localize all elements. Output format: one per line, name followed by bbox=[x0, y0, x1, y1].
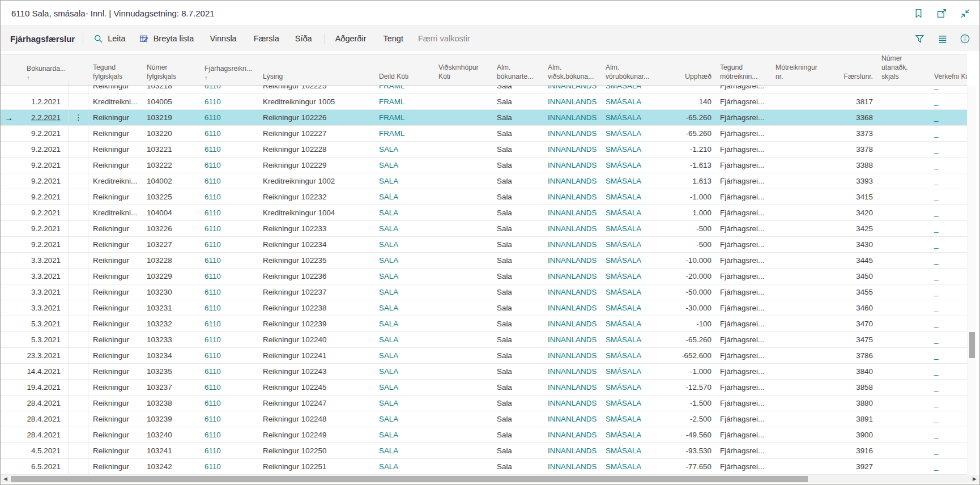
cell-vidskm[interactable] bbox=[434, 94, 492, 110]
cell-description[interactable]: Reikningur 102245 bbox=[258, 380, 374, 395]
cell-faerslunr[interactable]: 3460 bbox=[839, 300, 877, 316]
cell-deild[interactable]: FRAML bbox=[374, 86, 434, 94]
cell-utanadk[interactable] bbox=[877, 126, 930, 142]
cell-amount[interactable]: -1.000 bbox=[658, 189, 715, 205]
table-row[interactable]: 28.4.2021Reikningur1032386110Reikningur … bbox=[1, 395, 967, 411]
cell-deild[interactable]: SALA bbox=[374, 284, 434, 300]
cell-motr_nr[interactable] bbox=[771, 237, 839, 253]
cell-amount[interactable]: -30.000 bbox=[658, 300, 715, 316]
row-gutter[interactable] bbox=[1, 189, 18, 205]
cell-vidskm[interactable] bbox=[434, 269, 492, 284]
cell-vidskm[interactable] bbox=[434, 364, 492, 380]
cell-verkefni[interactable]: _ bbox=[930, 142, 967, 158]
row-gutter[interactable] bbox=[1, 427, 18, 443]
cell-doc_type[interactable]: Reikningur bbox=[88, 110, 142, 126]
cell-alm_voru[interactable]: SMÁSALA bbox=[601, 221, 658, 237]
cell-account[interactable]: 6110 bbox=[200, 300, 258, 316]
cell-verkefni[interactable]: _ bbox=[930, 221, 967, 237]
cell-amount[interactable]: -12.570 bbox=[658, 380, 715, 395]
cell-account[interactable]: 6110 bbox=[200, 332, 258, 348]
cell-alm_vidsk[interactable]: INNANLANDS bbox=[543, 284, 601, 300]
cell-date[interactable]: 28.4.2021 bbox=[18, 427, 69, 443]
cell-faerslunr[interactable]: 3393 bbox=[839, 173, 877, 189]
row-menu-cell[interactable] bbox=[69, 126, 88, 142]
cell-account[interactable]: 6110 bbox=[200, 142, 258, 158]
cell-account[interactable]: 6110 bbox=[200, 411, 258, 427]
cell-doc_no[interactable]: 103242 bbox=[142, 459, 200, 475]
cell-faerslunr[interactable]: 3817 bbox=[839, 94, 877, 110]
table-row-partial[interactable]: Reikningur1032186110Reikningur 102225FRA… bbox=[1, 86, 967, 94]
cell-verkefni[interactable]: _ bbox=[930, 443, 967, 459]
cell-alm_bok[interactable]: Sala bbox=[492, 332, 543, 348]
cell-deild[interactable]: SALA bbox=[374, 237, 434, 253]
cell-description[interactable]: Reikningur 102234 bbox=[258, 237, 374, 253]
column-header-doc_type[interactable]: Tegundfylgiskjals bbox=[88, 63, 142, 85]
cell-alm_voru[interactable]: SMÁSALA bbox=[601, 237, 658, 253]
cell-deild[interactable]: SALA bbox=[374, 173, 434, 189]
vertical-scrollbar[interactable] bbox=[968, 86, 976, 475]
cell-faerslunr[interactable]: 3927 bbox=[839, 459, 877, 475]
cell-account[interactable]: 6110 bbox=[200, 110, 258, 126]
cell-doc_no[interactable]: 103225 bbox=[142, 189, 200, 205]
row-gutter[interactable] bbox=[1, 221, 18, 237]
cell-doc_no[interactable]: 103237 bbox=[142, 380, 200, 395]
cell-verkefni[interactable]: _ bbox=[930, 237, 967, 253]
cell-doc_no[interactable]: 103240 bbox=[142, 427, 200, 443]
cell-doc_no[interactable]: 103238 bbox=[142, 395, 200, 411]
cell-doc_no[interactable]: 103241 bbox=[142, 443, 200, 459]
filter-icon[interactable] bbox=[914, 33, 925, 44]
cell-faerslunr[interactable]: 3786 bbox=[839, 348, 877, 364]
column-header-motr_nr[interactable]: Mótreikningurnr. bbox=[771, 63, 839, 85]
cell-vidskm[interactable] bbox=[434, 300, 492, 316]
cell-utanadk[interactable] bbox=[877, 86, 930, 94]
cell-description[interactable]: Reikningur 102238 bbox=[258, 300, 374, 316]
cell-doc_type[interactable]: Reikningur bbox=[88, 142, 142, 158]
cell-description[interactable]: Reikningur 102247 bbox=[258, 395, 374, 411]
cell-alm_vidsk[interactable]: INNANLANDS bbox=[543, 364, 601, 380]
cell-faerslunr[interactable]: 3378 bbox=[839, 142, 877, 158]
cell-description[interactable]: Reikningur 102225 bbox=[258, 86, 374, 94]
cell-alm_bok[interactable]: Sala bbox=[492, 300, 543, 316]
cell-alm_vidsk[interactable]: INNANLANDS bbox=[543, 94, 601, 110]
cell-date[interactable]: 9.2.2021 bbox=[18, 126, 69, 142]
cell-doc_no[interactable]: 103226 bbox=[142, 221, 200, 237]
cell-account[interactable]: 6110 bbox=[200, 205, 258, 221]
cell-vidskm[interactable] bbox=[434, 173, 492, 189]
table-row[interactable]: 23.3.2021Reikningur1032346110Reikningur … bbox=[1, 348, 967, 364]
cell-vidskm[interactable] bbox=[434, 395, 492, 411]
cell-deild[interactable]: FRAML bbox=[374, 94, 434, 110]
cell-motr_nr[interactable] bbox=[771, 86, 839, 94]
cell-date[interactable] bbox=[18, 86, 69, 94]
cell-alm_vidsk[interactable]: INNANLANDS bbox=[543, 173, 601, 189]
row-menu-cell[interactable] bbox=[69, 380, 88, 395]
cell-date[interactable]: 9.2.2021 bbox=[18, 142, 69, 158]
cell-alm_voru[interactable]: SMÁSALA bbox=[601, 142, 658, 158]
cell-tegund_motr[interactable]: Fjárhagsrei... bbox=[715, 411, 771, 427]
cell-tegund_motr[interactable]: Fjárhagsrei... bbox=[715, 142, 771, 158]
cell-date[interactable]: 2.2.2021 bbox=[18, 110, 69, 126]
cell-tegund_motr[interactable]: Fjárhagsrei... bbox=[715, 126, 771, 142]
cell-doc_type[interactable]: Reikningur bbox=[88, 237, 142, 253]
cell-verkefni[interactable]: _ bbox=[930, 364, 967, 380]
scroll-right-arrow[interactable]: ▶ bbox=[970, 475, 979, 483]
column-header-faerslunr[interactable]: Færslunr. bbox=[839, 73, 877, 85]
cell-description[interactable]: Reikningur 102248 bbox=[258, 411, 374, 427]
row-gutter[interactable] bbox=[1, 395, 18, 411]
cell-utanadk[interactable] bbox=[877, 173, 930, 189]
column-header-deild[interactable]: Deild Kóti bbox=[374, 73, 434, 85]
cell-account[interactable]: 6110 bbox=[200, 158, 258, 173]
cell-tegund_motr[interactable]: Fjárhagsrei... bbox=[715, 86, 771, 94]
cell-alm_bok[interactable]: Sala bbox=[492, 126, 543, 142]
cell-amount[interactable]: 140 bbox=[658, 94, 715, 110]
cell-alm_voru[interactable]: SMÁSALA bbox=[601, 411, 658, 427]
cell-alm_voru[interactable]: SMÁSALA bbox=[601, 126, 658, 142]
cell-utanadk[interactable] bbox=[877, 269, 930, 284]
cell-doc_no[interactable]: 103222 bbox=[142, 158, 200, 173]
cell-alm_vidsk[interactable]: INNANLANDS bbox=[543, 411, 601, 427]
row-gutter[interactable] bbox=[1, 348, 18, 364]
cell-doc_no[interactable]: 103220 bbox=[142, 126, 200, 142]
row-gutter[interactable] bbox=[1, 205, 18, 221]
cell-alm_voru[interactable]: SMÁSALA bbox=[601, 364, 658, 380]
cell-account[interactable]: 6110 bbox=[200, 380, 258, 395]
cell-alm_bok[interactable]: Sala bbox=[492, 94, 543, 110]
